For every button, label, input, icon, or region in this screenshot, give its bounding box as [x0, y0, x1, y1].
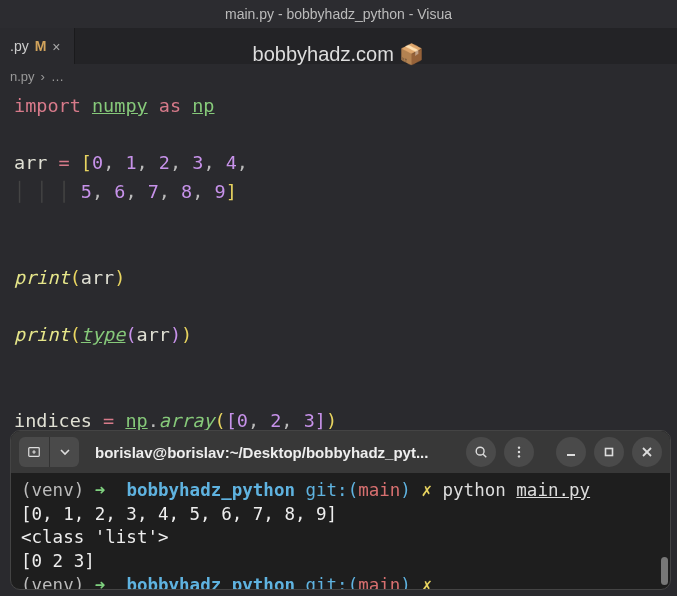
watermark: bobbyhadz.com 📦 [0, 42, 677, 66]
scrollbar-thumb[interactable] [661, 557, 668, 585]
code-line [14, 207, 663, 236]
new-tab-dropdown[interactable] [49, 437, 79, 467]
code-line: arr = [0, 1, 2, 3, 4, [14, 149, 663, 178]
maximize-icon [603, 446, 615, 458]
window-title: main.py - bobbyhadz_python - Visua [225, 6, 452, 22]
terminal-header: borislav@borislav:~/Desktop/bobbyhadz_py… [11, 431, 670, 473]
code-line [14, 121, 663, 150]
code-line [14, 379, 663, 408]
code-line [14, 350, 663, 379]
search-button[interactable] [466, 437, 496, 467]
code-line [14, 235, 663, 264]
svg-point-6 [518, 451, 520, 453]
terminal-title: borislav@borislav:~/Desktop/bobbyhadz_py… [87, 444, 458, 461]
close-icon [641, 446, 653, 458]
svg-point-7 [518, 455, 520, 457]
search-icon [474, 445, 488, 459]
code-line [14, 293, 663, 322]
new-tab-button[interactable] [19, 437, 49, 467]
new-tab-icon [27, 445, 41, 459]
svg-point-3 [476, 447, 484, 455]
svg-point-5 [518, 446, 520, 448]
terminal-panel: borislav@borislav:~/Desktop/bobbyhadz_py… [10, 430, 671, 590]
chevron-down-icon [60, 447, 70, 457]
breadcrumb[interactable]: n.py › … [0, 64, 677, 88]
menu-button[interactable] [504, 437, 534, 467]
code-line: print(arr) [14, 264, 663, 293]
terminal-body[interactable]: (venv) ➜ bobbyhadz_python git:(main) ✗ p… [11, 473, 670, 589]
svg-line-4 [483, 454, 486, 457]
close-button[interactable] [632, 437, 662, 467]
code-line: import numpy as np [14, 92, 663, 121]
breadcrumb-more: … [51, 69, 64, 84]
maximize-button[interactable] [594, 437, 624, 467]
minimize-button[interactable] [556, 437, 586, 467]
chevron-right-icon: › [41, 69, 45, 84]
code-line: │ │ │ 5, 6, 7, 8, 9] [14, 178, 663, 207]
window-title-bar: main.py - bobbyhadz_python - Visua [0, 0, 677, 28]
minimize-icon [565, 446, 577, 458]
code-line: print(type(arr)) [14, 321, 663, 350]
breadcrumb-file: n.py [10, 69, 35, 84]
kebab-menu-icon [512, 445, 526, 459]
terminal-new-tab-group [19, 437, 79, 467]
svg-rect-9 [606, 449, 613, 456]
